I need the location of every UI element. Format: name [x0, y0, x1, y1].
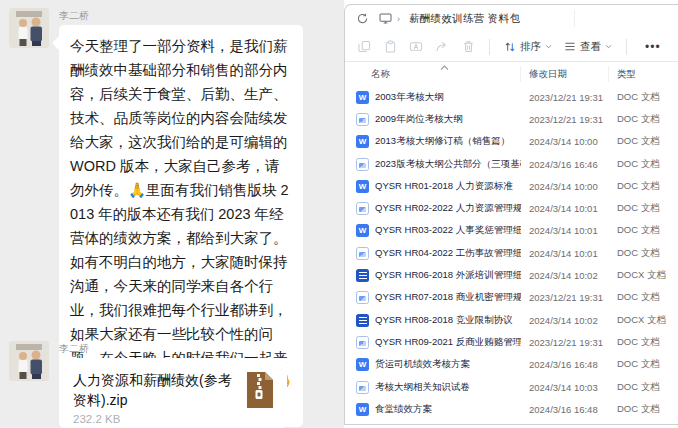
table-row[interactable]: QYSR HR02-2022 人力资源管理规范 2024/3/14 10:01 …: [345, 197, 678, 219]
file-modified-date: 2023/12/21 19:31: [521, 92, 609, 103]
table-row[interactable]: 2003年考核大纲 2023/12/21 19:31 DOC 文档: [345, 86, 678, 108]
view-button[interactable]: 查看: [558, 36, 618, 58]
file-modified-date: 2023/12/21 19:31: [521, 114, 609, 125]
file-type: DOCX 文档: [609, 314, 678, 327]
file-attachment-card[interactable]: 人力资源和薪酬绩效(参考资料).zip 232.2 KB: [59, 358, 287, 428]
file-type-icon: [356, 336, 369, 349]
file-type-icon: [356, 269, 369, 282]
file-type-icon: [356, 91, 369, 104]
share-icon[interactable]: [429, 36, 455, 58]
toolbar: 排序 查看 •••: [345, 32, 678, 62]
table-row[interactable]: 2013考核大纲修订稿（销售篇） 2024/3/14 10:00 DOC 文档: [345, 131, 678, 153]
table-row[interactable]: 2023版考核大纲公共部分（三项基础考... 2024/3/16 16:46 D…: [345, 153, 678, 175]
file-type-icon: [356, 113, 369, 126]
toolbar-divider: [489, 39, 490, 55]
sort-label: 排序: [520, 40, 541, 54]
table-row[interactable]: 货运司机绩效考核方案 2024/3/16 16:48 DOC 文档: [345, 354, 678, 376]
file-name: 2023版考核大纲公共部分（三项基础考...: [375, 158, 521, 171]
file-type-icon: [356, 291, 369, 304]
file-attachment-size: 232.2 KB: [73, 413, 237, 425]
avatar[interactable]: [9, 341, 49, 381]
file-name: QYSR HR02-2022 人力资源管理规范: [375, 202, 521, 215]
file-type: DOC 文档: [609, 247, 678, 260]
address-search-divider: [574, 10, 575, 27]
rename-icon[interactable]: [403, 36, 429, 58]
table-row[interactable]: QYSR HR09-2021 反商业贿赂管理细则 2023/12/21 19:3…: [345, 331, 678, 353]
file-type-icon: [356, 247, 369, 260]
copy-icon[interactable]: [351, 36, 377, 58]
file-modified-date: 2024/3/14 10:00: [521, 136, 609, 147]
table-row[interactable]: QYSR HR08-2018 竞业限制协议 2024/3/14 10:02 DO…: [345, 309, 678, 331]
file-type: DOC 文档: [609, 381, 678, 394]
toolbar-divider: [626, 39, 627, 55]
file-explorer-window: › 薪酬绩效训练营 资料包: [344, 4, 678, 425]
file-modified-date: 2024/3/14 10:00: [521, 181, 609, 192]
paste-icon[interactable]: [377, 36, 403, 58]
file-name: QYSR HR08-2018 竞业限制协议: [375, 314, 513, 327]
file-type: DOC 文档: [609, 113, 678, 126]
column-header-date[interactable]: 修改日期: [521, 66, 609, 82]
avatar-photo: [9, 341, 49, 381]
file-modified-date: 2023/12/21 19:31: [521, 292, 609, 303]
file-type: DOC 文档: [609, 403, 678, 416]
table-row[interactable]: QYSR HR07-2018 商业机密管理规范 2023/12/21 19:31…: [345, 287, 678, 309]
file-type-icon: [356, 381, 369, 394]
breadcrumb[interactable]: › 薪酬绩效训练营 资料包: [379, 12, 520, 26]
file-modified-date: 2024/3/14 10:01: [521, 203, 609, 214]
file-list: 2003年考核大纲 2023/12/21 19:31 DOC 文档 2009年岗…: [345, 86, 678, 420]
view-list-icon: [564, 41, 576, 52]
table-row[interactable]: 2009年岗位考核大纲 2023/12/21 19:31 DOC 文档: [345, 108, 678, 130]
file-type: DOCX 文档: [609, 269, 678, 282]
file-name: 2009年岗位考核大纲: [375, 113, 463, 126]
file-modified-date: 2024/3/16 16:46: [521, 159, 609, 170]
file-type-icon: [356, 202, 369, 215]
table-row[interactable]: QYSR HR03-2022 人事奖惩管理细则-ok 2024/3/14 10:…: [345, 220, 678, 242]
zip-file-icon: [245, 370, 275, 425]
file-type-icon: [356, 314, 369, 327]
avatar-photo: [9, 8, 49, 48]
more-options-button[interactable]: •••: [635, 40, 671, 54]
file-type: DOC 文档: [609, 180, 678, 193]
file-name: 2013考核大纲修订稿（销售篇）: [375, 135, 510, 148]
file-name: QYSR HR04-2022 工伤事故管理细则- ok: [375, 247, 521, 260]
chevron-down-icon: [545, 44, 552, 49]
sender-name: 李二桥: [59, 8, 303, 23]
file-name: QYSR HR06-2018 外派培训管理细则 -ok: [375, 269, 521, 282]
file-type: DOC 文档: [609, 135, 678, 148]
table-row[interactable]: 考核大纲相关知识试卷 2024/3/14 10:03 DOC 文档: [345, 376, 678, 398]
chevron-down-icon: [605, 44, 612, 49]
screen: 李二桥 今天整理了一部分资料，是我们薪酬绩效中基础部分和销售的部分内容，后续关于…: [0, 0, 678, 428]
sort-arrows-icon: [504, 41, 516, 53]
view-label: 查看: [580, 40, 601, 54]
file-name: QYSR HR07-2018 商业机密管理规范: [375, 291, 521, 304]
table-row[interactable]: QYSR HR01-2018 人力资源标准 2024/3/14 10:00 DO…: [345, 175, 678, 197]
file-modified-date: 2023/12/21 19:31: [521, 337, 609, 348]
file-name: 食堂绩效方案: [375, 403, 432, 416]
sort-button[interactable]: 排序: [498, 36, 558, 58]
column-header-name[interactable]: 名称: [345, 66, 521, 82]
sender-name: 李二桥: [59, 341, 287, 356]
column-header-type[interactable]: 类型: [609, 66, 678, 82]
avatar[interactable]: [9, 8, 49, 48]
column-header-row: 名称 修改日期 类型: [345, 62, 678, 86]
file-name: QYSR HR01-2018 人力资源标准: [375, 180, 513, 193]
file-type-icon: [356, 358, 369, 371]
file-modified-date: 2024/3/16 16:48: [521, 359, 609, 370]
file-attachment-name: 人力资源和薪酬绩效(参考资料).zip: [73, 370, 237, 410]
file-name: QYSR HR09-2021 反商业贿赂管理细则: [375, 336, 521, 349]
file-type: DOC 文档: [609, 202, 678, 215]
table-row[interactable]: QYSR HR06-2018 外派培训管理细则 -ok 2024/3/14 10…: [345, 264, 678, 286]
file-type: DOC 文档: [609, 158, 678, 171]
file-type-icon: [356, 224, 369, 237]
table-row[interactable]: 食堂绩效方案 2024/3/16 16:48 DOC 文档: [345, 398, 678, 420]
file-name: 考核大纲相关知识试卷: [375, 381, 470, 394]
refresh-icon[interactable]: [353, 10, 371, 28]
file-type-icon: [356, 135, 369, 148]
chevron-right-icon: ›: [397, 14, 400, 24]
folder-path-title: 薪酬绩效训练营 资料包: [409, 12, 520, 26]
delete-icon[interactable]: [455, 36, 481, 58]
file-modified-date: 2024/3/14 10:02: [521, 270, 609, 281]
table-row[interactable]: QYSR HR04-2022 工伤事故管理细则- ok 2024/3/14 10…: [345, 242, 678, 264]
chat-panel: 李二桥 今天整理了一部分资料，是我们薪酬绩效中基础部分和销售的部分内容，后续关于…: [0, 0, 344, 428]
file-modified-date: 2024/3/16 16:48: [521, 404, 609, 415]
